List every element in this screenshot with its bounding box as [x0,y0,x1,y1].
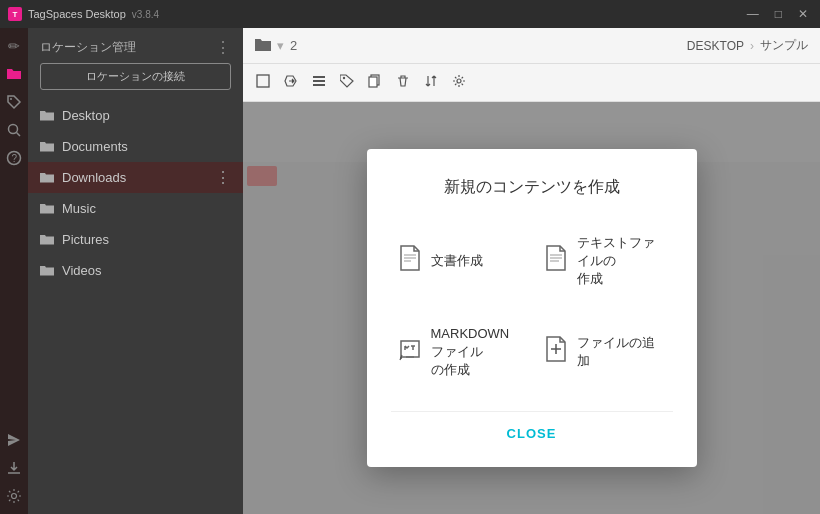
titlebar: T TagSpaces Desktop v3.8.4 — □ ✕ [0,0,820,28]
connect-location-button[interactable]: ロケーションの接続 [40,63,231,90]
svg-rect-8 [313,80,325,82]
app-title: TagSpaces Desktop [28,8,126,20]
maximize-button[interactable]: □ [771,7,786,21]
toolbar-select-icon[interactable] [253,71,273,94]
dialog-close-button[interactable]: CLOSE [491,420,573,447]
close-button[interactable]: ✕ [794,7,812,21]
topbar-arrow: ▾ [277,38,284,53]
minimize-button[interactable]: — [743,7,763,21]
sidebar: ロケーション管理 ⋮ ロケーションの接続 Desktop ⋮ Documents… [28,28,243,514]
svg-rect-6 [257,75,269,87]
help-icon[interactable]: ? [2,146,26,170]
content-area: 新規のコンテンツを作成 [243,102,820,514]
folder-music-icon [40,201,54,217]
create-content-dialog: 新規のコンテンツを作成 [367,149,697,467]
sidebar-item-label-pictures: Pictures [62,232,207,247]
add-file-label: ファイルの追加 [577,334,665,370]
create-text-label: テキストファイルの作成 [577,234,665,289]
sidebar-header-text: ロケーション管理 [40,39,136,56]
window-controls: — □ ✕ [743,7,812,21]
sidebar-item-music[interactable]: Music ⋮ [28,193,243,224]
markdown-icon [399,336,421,368]
sidebar-item-downloads[interactable]: Downloads ⋮ [28,162,243,193]
send-icon[interactable] [2,428,26,452]
breadcrumb-root: DESKTOP [687,39,744,53]
toolbar-copy-icon[interactable] [365,71,385,94]
breadcrumb-current: サンプル [760,37,808,54]
create-text-item[interactable]: テキストファイルの作成 [537,226,673,297]
sidebar-menu-icon[interactable]: ⋮ [215,38,231,57]
sidebar-item-label-desktop: Desktop [62,108,207,123]
svg-rect-7 [313,76,325,78]
sidebar-item-label-documents: Documents [62,139,207,154]
titlebar-title-group: T TagSpaces Desktop v3.8.4 [8,7,159,21]
folder-videos-icon [40,263,54,279]
toolbar [243,64,820,102]
app-logo: T [8,7,22,21]
svg-point-5 [12,494,17,499]
svg-point-21 [400,357,402,359]
svg-line-2 [17,133,21,137]
dialog-title: 新規のコンテンツを作成 [391,177,673,198]
create-markdown-label: MARKDOWNファイルの作成 [431,325,519,380]
toolbar-tag-icon[interactable] [337,71,357,94]
sidebar-header: ロケーション管理 ⋮ [28,28,243,63]
create-markdown-item[interactable]: MARKDOWNファイルの作成 [391,317,527,388]
svg-point-10 [343,77,345,79]
sidebar-item-menu-downloads[interactable]: ⋮ [215,168,231,187]
svg-point-1 [9,125,18,134]
folder-pictures-icon [40,232,54,248]
app-body: ✏ ? [0,28,820,514]
sidebar-item-desktop[interactable]: Desktop ⋮ [28,100,243,131]
toolbar-list-icon[interactable] [309,71,329,94]
download-icon[interactable] [2,456,26,480]
sidebar-item-label-downloads: Downloads [62,170,207,185]
sidebar-item-videos[interactable]: Videos ⋮ [28,255,243,286]
folder-icon[interactable] [2,62,26,86]
app-version: v3.8.4 [132,9,159,20]
svg-rect-12 [369,77,377,87]
dialog-overlay: 新規のコンテンツを作成 [243,102,820,514]
topbar-left: ▾ 2 [255,37,297,54]
folder-downloads-icon [40,170,54,186]
toolbar-settings-icon[interactable] [449,71,469,94]
svg-text:?: ? [12,153,18,164]
tag-icon[interactable] [2,90,26,114]
settings-icon[interactable] [2,484,26,508]
icon-rail: ✏ ? [0,28,28,514]
dialog-footer: CLOSE [391,411,673,447]
toolbar-delete-icon[interactable] [393,71,413,94]
sidebar-item-label-videos: Videos [62,263,207,278]
folder-desktop-icon [40,108,54,124]
search-icon[interactable] [2,118,26,142]
text-file-icon [545,245,567,277]
sidebar-item-documents[interactable]: Documents ⋮ [28,131,243,162]
main-content: ▾ 2 DESKTOP › サンプル [243,28,820,514]
svg-point-0 [10,98,12,100]
document-icon [399,245,421,277]
topbar-count: 2 [290,38,297,53]
topbar-folder-icon[interactable] [255,37,271,54]
sidebar-item-pictures[interactable]: Pictures ⋮ [28,224,243,255]
breadcrumb: DESKTOP › サンプル [687,37,808,54]
topbar: ▾ 2 DESKTOP › サンプル [243,28,820,64]
edit-icon[interactable]: ✏ [2,34,26,58]
add-file-icon [545,336,567,368]
sidebar-item-label-music: Music [62,201,207,216]
folder-documents-icon [40,139,54,155]
create-document-item[interactable]: 文書作成 [391,226,527,297]
add-file-item[interactable]: ファイルの追加 [537,317,673,388]
svg-point-13 [457,79,461,83]
toolbar-back-icon[interactable] [281,71,301,94]
breadcrumb-separator: › [750,39,754,53]
dialog-grid: 文書作成 [391,226,673,387]
svg-rect-9 [313,84,325,86]
create-document-label: 文書作成 [431,252,483,270]
toolbar-sort-icon[interactable] [421,71,441,94]
